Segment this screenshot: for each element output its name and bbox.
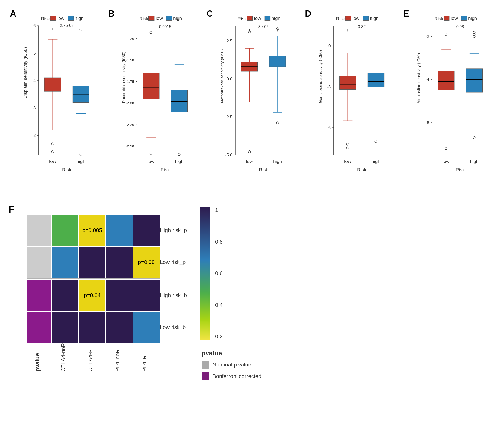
- panel-a-label: A: [10, 9, 16, 19]
- colorbar-label-06: 0.6: [215, 270, 223, 277]
- svg-text:high: high: [271, 16, 280, 21]
- svg-rect-147: [340, 76, 356, 89]
- svg-text:3: 3: [33, 105, 36, 110]
- svg-point-185: [445, 33, 447, 36]
- panel-f-label: F: [9, 204, 14, 215]
- bonferroni-label: Bonferroni corrected: [212, 373, 261, 380]
- svg-text:high: high: [470, 159, 479, 164]
- colorbar-svg: [199, 207, 211, 340]
- svg-point-157: [375, 140, 377, 143]
- svg-text:Risk: Risk: [237, 16, 247, 21]
- svg-rect-204: [27, 246, 52, 278]
- svg-text:Risk: Risk: [456, 167, 465, 172]
- main-container: A Risk low high 6 5 4 3: [0, 0, 504, 438]
- svg-text:High risk_p: High risk_p: [160, 227, 187, 233]
- svg-text:0.0015: 0.0015: [159, 24, 171, 29]
- panel-c-chart: Risk low high 2.5 0.0 -2.5 -5.0: [219, 10, 299, 182]
- svg-rect-222: [106, 311, 133, 343]
- svg-point-32: [51, 151, 54, 153]
- svg-text:4: 4: [33, 78, 36, 83]
- svg-rect-205: [52, 246, 79, 278]
- bottom-row: F: [7, 200, 497, 431]
- svg-text:low: low: [246, 159, 253, 164]
- svg-text:p=0.08: p=0.08: [138, 259, 155, 265]
- svg-point-186: [445, 147, 447, 150]
- svg-text:Risk: Risk: [336, 16, 345, 21]
- svg-rect-159: [444, 16, 449, 20]
- panel-d-chart: Risk low high 0 -3 -6 Gemcitabine sensit…: [317, 10, 397, 182]
- svg-rect-206: [79, 246, 106, 278]
- svg-text:6: 6: [33, 23, 36, 28]
- svg-rect-191: [466, 69, 483, 92]
- svg-text:high: high: [468, 16, 477, 21]
- svg-text:high: high: [175, 159, 184, 164]
- svg-text:0.32: 0.32: [358, 24, 366, 29]
- svg-rect-207: [106, 246, 133, 278]
- svg-rect-44: [166, 16, 172, 20]
- colorbar-label-1: 1: [215, 207, 223, 213]
- svg-text:Low risk_p: Low risk_p: [160, 259, 186, 265]
- svg-rect-29: [44, 78, 61, 91]
- svg-rect-201: [106, 214, 133, 246]
- svg-text:PD1-R: PD1-R: [141, 355, 148, 372]
- svg-text:high: high: [273, 159, 282, 164]
- svg-text:low: low: [451, 16, 458, 21]
- svg-rect-3: [68, 16, 74, 20]
- svg-text:Gemcitabine sensitivity (IC50): Gemcitabine sensitivity (IC50): [318, 50, 323, 103]
- svg-text:-1.50: -1.50: [126, 58, 134, 62]
- svg-text:5: 5: [33, 51, 36, 56]
- panel-e-label: E: [403, 9, 409, 19]
- svg-rect-198: [52, 214, 79, 246]
- svg-text:0.98: 0.98: [456, 24, 464, 29]
- svg-rect-220: [52, 311, 79, 343]
- svg-text:low: low: [49, 159, 56, 164]
- svg-text:low: low: [57, 16, 64, 21]
- svg-text:-2.5: -2.5: [225, 114, 233, 119]
- svg-rect-123: [345, 16, 351, 20]
- svg-rect-219: [27, 311, 52, 343]
- svg-text:Risk: Risk: [62, 167, 72, 172]
- svg-text:high: high: [370, 16, 379, 21]
- svg-text:high: high: [76, 159, 85, 164]
- svg-rect-42: [149, 16, 154, 20]
- svg-text:3e-06: 3e-06: [258, 24, 269, 29]
- svg-text:-6: -6: [327, 125, 331, 130]
- svg-text:-1.25: -1.25: [126, 37, 134, 41]
- svg-rect-202: [133, 214, 160, 246]
- svg-text:low: low: [443, 159, 450, 164]
- svg-rect-223: [133, 311, 160, 343]
- panel-a-chart: Risk low high 6 5 4 3 2 Ci: [22, 10, 102, 182]
- svg-text:low: low: [156, 16, 163, 21]
- svg-rect-84: [247, 16, 253, 20]
- svg-text:2.5: 2.5: [227, 38, 233, 43]
- svg-rect-86: [265, 16, 270, 20]
- svg-rect-212: [27, 279, 52, 311]
- svg-rect-217: [133, 279, 160, 311]
- svg-text:Methotrexate sensitivity (IC50: Methotrexate sensitivity (IC50): [220, 49, 224, 103]
- svg-text:Risk: Risk: [434, 16, 444, 21]
- svg-text:CTLA4-noR: CTLA4-noR: [60, 343, 66, 372]
- nominal-color-box: [202, 361, 209, 369]
- pvalue-legend-title: pvalue: [202, 350, 261, 357]
- colorbar-label-08: 0.8: [215, 239, 223, 245]
- svg-point-75: [150, 152, 152, 155]
- svg-rect-221: [79, 311, 106, 343]
- svg-point-120: [276, 122, 279, 124]
- svg-text:-4: -4: [425, 77, 429, 82]
- svg-rect-197: [27, 214, 52, 246]
- svg-text:-3: -3: [327, 84, 331, 89]
- svg-text:high: high: [173, 16, 182, 21]
- nominal-label: Nominal p value: [212, 362, 251, 368]
- svg-rect-155: [368, 73, 384, 87]
- bonferroni-color-box: [202, 372, 209, 380]
- svg-rect-118: [269, 56, 286, 67]
- panel-b-label: B: [108, 9, 115, 19]
- svg-text:low: low: [344, 159, 351, 164]
- colorbar-label-02: 0.2: [215, 333, 223, 340]
- svg-text:pvalue: pvalue: [34, 353, 41, 372]
- svg-text:-2.25: -2.25: [126, 123, 134, 127]
- svg-point-150: [346, 147, 349, 149]
- svg-point-193: [473, 136, 475, 139]
- svg-rect-216: [106, 279, 133, 311]
- panel-e-chart: Risk low high -2 -4 -6 Vinblastine sensi…: [415, 10, 495, 182]
